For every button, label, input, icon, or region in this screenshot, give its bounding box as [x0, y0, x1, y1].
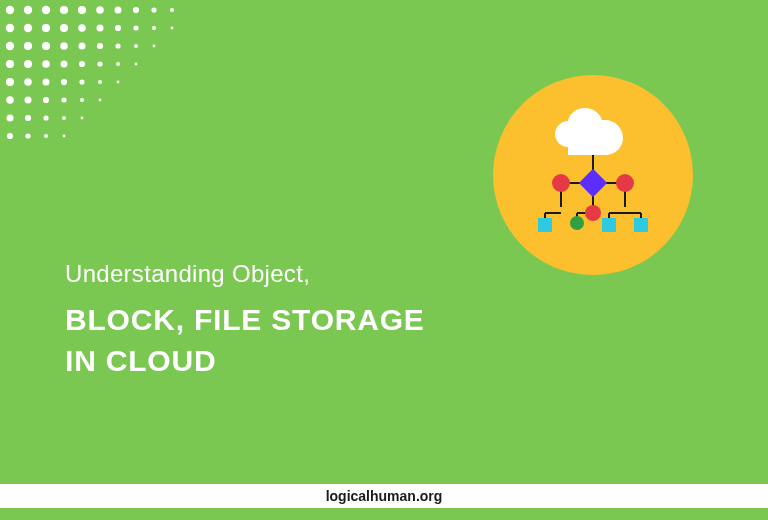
svg-point-35: [116, 62, 120, 66]
svg-point-36: [135, 63, 138, 66]
svg-point-24: [79, 43, 86, 50]
svg-point-10: [6, 24, 14, 32]
svg-point-53: [62, 116, 66, 120]
footer-bar: logicalhuman.org: [0, 484, 768, 508]
svg-point-30: [24, 60, 32, 68]
illustration-circle: [493, 75, 693, 275]
svg-point-12: [42, 24, 50, 32]
svg-point-38: [24, 78, 32, 86]
svg-point-22: [42, 42, 50, 50]
svg-point-20: [6, 42, 14, 50]
svg-point-39: [43, 79, 50, 86]
svg-point-13: [60, 24, 68, 32]
svg-point-79: [570, 216, 584, 230]
svg-point-11: [24, 24, 32, 32]
svg-point-52: [43, 115, 48, 120]
svg-point-42: [98, 80, 102, 84]
headline-line2: BLOCK, FILE STORAGE: [65, 300, 425, 341]
svg-point-77: [616, 174, 634, 192]
svg-point-51: [25, 115, 31, 121]
svg-point-46: [43, 97, 49, 103]
footer-site-label: logicalhuman.org: [326, 488, 443, 504]
svg-point-15: [97, 25, 104, 32]
svg-point-18: [152, 26, 156, 30]
svg-point-43: [117, 81, 120, 84]
svg-point-56: [25, 133, 30, 138]
headline-block: Understanding Object, BLOCK, FILE STORAG…: [65, 260, 425, 381]
svg-point-45: [25, 97, 32, 104]
headline-line3: IN CLOUD: [65, 341, 425, 382]
svg-point-41: [79, 79, 84, 84]
svg-point-31: [42, 60, 50, 68]
svg-rect-82: [634, 218, 648, 232]
svg-point-54: [81, 117, 84, 120]
svg-point-21: [24, 42, 32, 50]
svg-point-58: [63, 135, 66, 138]
svg-point-78: [585, 205, 601, 221]
svg-point-23: [60, 42, 68, 50]
svg-point-0: [6, 6, 14, 14]
svg-point-44: [6, 96, 14, 104]
svg-point-50: [7, 115, 14, 122]
svg-point-49: [99, 99, 102, 102]
svg-point-14: [78, 24, 86, 32]
svg-point-4: [78, 6, 86, 14]
svg-point-17: [133, 25, 138, 30]
svg-point-33: [79, 61, 85, 67]
svg-point-26: [115, 43, 120, 48]
svg-point-28: [153, 45, 156, 48]
svg-point-2: [42, 6, 50, 14]
svg-point-37: [6, 78, 14, 86]
slide-container: Understanding Object, BLOCK, FILE STORAG…: [0, 0, 768, 520]
svg-point-16: [115, 25, 121, 31]
svg-rect-81: [602, 218, 616, 232]
svg-point-25: [97, 43, 103, 49]
svg-point-3: [60, 6, 68, 14]
svg-point-27: [134, 44, 138, 48]
svg-point-55: [7, 133, 13, 139]
svg-point-32: [61, 61, 68, 68]
svg-point-48: [80, 98, 84, 102]
svg-point-5: [96, 6, 104, 14]
svg-point-34: [97, 61, 102, 66]
svg-point-1: [24, 6, 32, 14]
svg-point-40: [61, 79, 67, 85]
svg-point-6: [115, 7, 122, 14]
svg-point-76: [552, 174, 570, 192]
cloud-storage-diagram-icon: [523, 105, 663, 245]
svg-rect-75: [579, 169, 607, 197]
dot-pattern-icon: [0, 0, 200, 150]
svg-point-47: [61, 97, 66, 102]
svg-point-7: [133, 7, 139, 13]
svg-point-9: [170, 8, 174, 12]
svg-point-8: [151, 7, 156, 12]
svg-rect-80: [538, 218, 552, 232]
svg-point-57: [44, 134, 48, 138]
svg-point-29: [6, 60, 14, 68]
headline-line1: Understanding Object,: [65, 260, 425, 288]
svg-point-19: [171, 27, 174, 30]
